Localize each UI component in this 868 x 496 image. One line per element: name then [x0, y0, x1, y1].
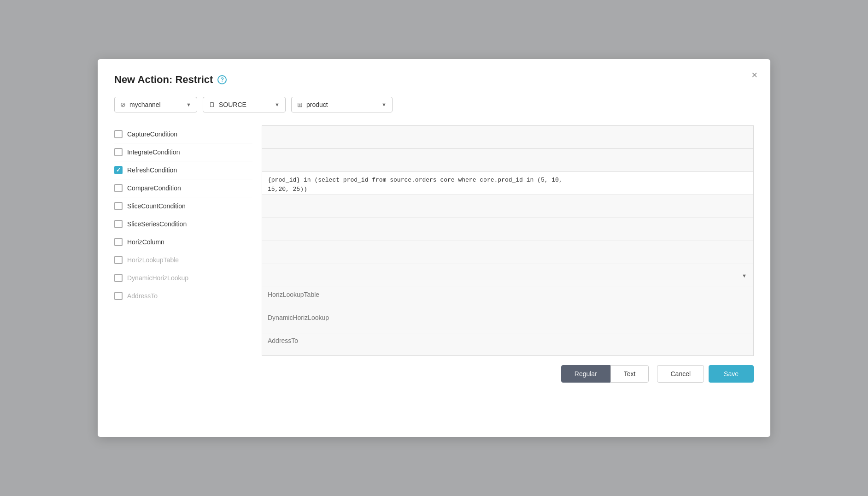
capture-input[interactable] — [268, 130, 748, 150]
horizcolumn-select-wrapper: ▼ — [262, 266, 753, 285]
refresh-input-row: {prod_id} in (select prod_id from source… — [262, 171, 754, 195]
compare-input-row — [262, 195, 754, 218]
table-dropdown[interactable]: ⊞ product ▼ — [291, 97, 393, 112]
inputs-area: {prod_id} in (select prod_id from source… — [262, 125, 754, 356]
help-icon[interactable]: ? — [217, 75, 227, 84]
capture-label: CaptureCondition — [127, 130, 177, 138]
save-button[interactable]: Save — [709, 365, 754, 383]
dynhoriz-input-row — [262, 310, 754, 333]
condition-horizlookup: HorizLookupTable — [114, 251, 252, 269]
integrate-input[interactable] — [268, 153, 748, 173]
horizcolumn-checkbox[interactable] — [114, 238, 123, 246]
source-chevron-icon: ▼ — [275, 102, 280, 107]
condition-integrate: IntegrateCondition — [114, 143, 252, 161]
horizlookup-checkbox[interactable] — [114, 256, 123, 264]
integrate-input-row — [262, 148, 754, 171]
modal-dialog: New Action: Restrict ? × ⊘ mychannel ▼ 🗒… — [98, 59, 770, 437]
compare-checkbox[interactable] — [114, 184, 123, 192]
condition-capture: CaptureCondition — [114, 125, 252, 143]
addressto-checkbox[interactable] — [114, 292, 123, 300]
addressto-input-row — [262, 333, 754, 356]
modal-overlay: New Action: Restrict ? × ⊘ mychannel ▼ 🗒… — [0, 0, 868, 496]
condition-sliceseries: SliceSeriesCondition — [114, 215, 252, 233]
compare-input[interactable] — [268, 199, 748, 219]
channel-icon: ⊘ — [120, 101, 126, 108]
sliceseries-checkbox[interactable] — [114, 220, 123, 228]
source-icon: 🗒 — [209, 101, 215, 108]
table-icon: ⊞ — [297, 101, 303, 108]
sliceseries-input-row — [262, 241, 754, 264]
dropdown-row: ⊘ mychannel ▼ 🗒 SOURCE ▼ ⊞ product ▼ — [114, 97, 754, 112]
mode-buttons: Regular Text — [561, 365, 649, 383]
source-dropdown[interactable]: 🗒 SOURCE ▼ — [203, 97, 286, 112]
table-chevron-icon: ▼ — [381, 102, 387, 107]
slicecount-input-row — [262, 218, 754, 241]
capture-input-row — [262, 125, 754, 148]
condition-refresh: RefreshCondition — [114, 161, 252, 179]
horizcolumn-input-row: ▼ — [262, 264, 754, 287]
slicecount-input[interactable] — [268, 222, 748, 242]
addressto-input[interactable] — [268, 337, 748, 344]
capture-checkbox[interactable] — [114, 130, 123, 138]
integrate-label: IntegrateCondition — [127, 148, 180, 156]
horizcolumn-label: HorizColumn — [127, 238, 164, 246]
slicecount-label: SliceCountCondition — [127, 202, 186, 210]
modal-title: New Action: Restrict — [114, 74, 213, 86]
channel-dropdown[interactable]: ⊘ mychannel ▼ — [114, 97, 197, 112]
addressto-label: AddressTo — [127, 292, 158, 300]
dynhoriz-label: DynamicHorizLookup — [127, 274, 188, 282]
dynhoriz-checkbox[interactable] — [114, 274, 123, 282]
dynhoriz-input[interactable] — [268, 314, 748, 321]
content-area: CaptureCondition IntegrateCondition Refr… — [114, 125, 754, 356]
horizlookup-label: HorizLookupTable — [127, 256, 179, 264]
channel-chevron-icon: ▼ — [186, 102, 191, 107]
refresh-label: RefreshCondition — [127, 166, 177, 174]
condition-compare: CompareCondition — [114, 179, 252, 197]
table-label: product — [306, 101, 378, 108]
horizlookup-input[interactable] — [268, 291, 748, 298]
cancel-button[interactable]: Cancel — [657, 365, 704, 383]
text-button[interactable]: Text — [610, 365, 649, 383]
conditions-list: CaptureCondition IntegrateCondition Refr… — [114, 125, 262, 356]
close-button[interactable]: × — [751, 70, 757, 80]
condition-slicecount: SliceCountCondition — [114, 197, 252, 215]
sliceseries-label: SliceSeriesCondition — [127, 220, 187, 228]
horizcolumn-select[interactable] — [262, 266, 753, 285]
horizlookup-input-row — [262, 287, 754, 310]
modal-header: New Action: Restrict ? — [114, 74, 754, 86]
regular-button[interactable]: Regular — [561, 365, 610, 383]
condition-dynhoriz: DynamicHorizLookup — [114, 269, 252, 287]
integrate-checkbox[interactable] — [114, 148, 123, 156]
footer: Regular Text Cancel Save — [114, 365, 754, 383]
sliceseries-input[interactable] — [268, 245, 748, 265]
channel-label: mychannel — [129, 101, 182, 108]
compare-label: CompareCondition — [127, 184, 181, 192]
condition-addressto: AddressTo — [114, 287, 252, 305]
condition-horizcolumn: HorizColumn — [114, 233, 252, 251]
slicecount-checkbox[interactable] — [114, 202, 123, 210]
source-label: SOURCE — [219, 101, 271, 108]
refresh-checkbox[interactable] — [114, 166, 123, 174]
